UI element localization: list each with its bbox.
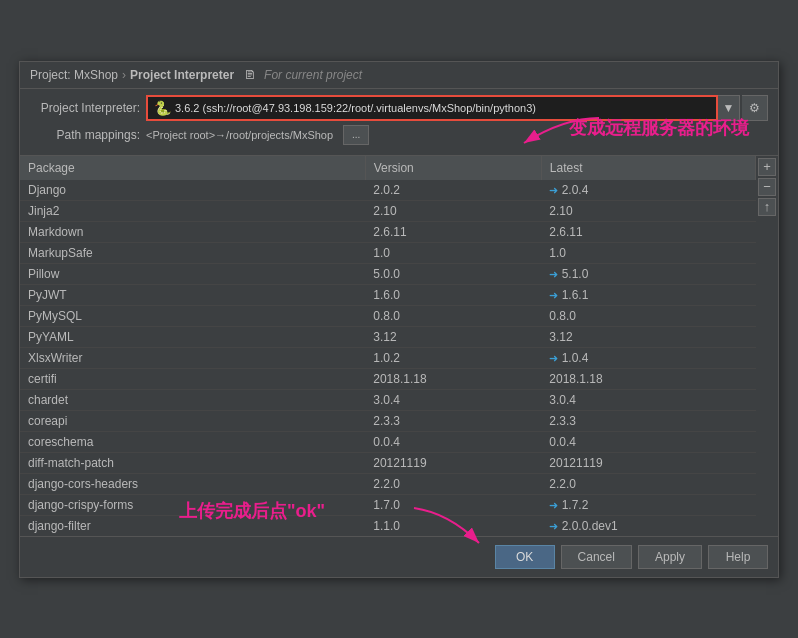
package-version: 2.0.2 — [365, 180, 541, 201]
update-arrow-icon: ➜ — [549, 184, 558, 196]
package-name: MarkupSafe — [20, 242, 365, 263]
table-row[interactable]: certifi2018.1.182018.1.18 — [20, 368, 756, 389]
breadcrumb-current: Project Interpreter — [130, 68, 234, 82]
upgrade-package-btn[interactable]: ↑ — [758, 198, 776, 216]
table-row[interactable]: PyJWT1.6.0➜ 1.6.1 — [20, 284, 756, 305]
col-latest: Latest — [541, 156, 755, 180]
package-version: 3.12 — [365, 326, 541, 347]
package-version: 5.0.0 — [365, 263, 541, 284]
table-row[interactable]: django-crispy-forms1.7.0➜ 1.7.2 — [20, 494, 756, 515]
package-latest: 20121119 — [541, 452, 755, 473]
package-latest: ➜ 1.7.2 — [541, 494, 755, 515]
package-name: certifi — [20, 368, 365, 389]
update-arrow-icon: ➜ — [549, 520, 558, 532]
cancel-button[interactable]: Cancel — [561, 545, 632, 569]
gear-icon: ⚙ — [749, 101, 760, 115]
package-version: 2.3.3 — [365, 410, 541, 431]
interpreter-row: Project Interpreter: 🐍 3.6.2 (ssh://root… — [30, 95, 768, 121]
package-name: PyJWT — [20, 284, 365, 305]
package-latest: 2.6.11 — [541, 221, 755, 242]
update-arrow-icon: ➜ — [549, 352, 558, 364]
breadcrumb-icon: 🖹 — [244, 68, 256, 82]
table-row[interactable]: MarkupSafe1.01.0 — [20, 242, 756, 263]
package-latest: 0.0.4 — [541, 431, 755, 452]
package-name: Django — [20, 180, 365, 201]
table-row[interactable]: diff-match-patch2012111920121119 — [20, 452, 756, 473]
package-version: 2.6.11 — [365, 221, 541, 242]
package-latest: ➜ 1.6.1 — [541, 284, 755, 305]
package-version: 3.0.4 — [365, 389, 541, 410]
package-version: 2.10 — [365, 200, 541, 221]
col-version: Version — [365, 156, 541, 180]
package-version: 2018.1.18 — [365, 368, 541, 389]
package-latest: 2.10 — [541, 200, 755, 221]
table-side-actions: + − ↑ — [756, 156, 778, 536]
update-arrow-icon: ➜ — [549, 268, 558, 280]
table-row[interactable]: chardet3.0.43.0.4 — [20, 389, 756, 410]
path-value: <Project root>→/root/projects/MxShop — [146, 129, 333, 141]
package-latest: ➜ 5.1.0 — [541, 263, 755, 284]
dots-icon: ... — [352, 129, 360, 140]
table-row[interactable]: Pillow5.0.0➜ 5.1.0 — [20, 263, 756, 284]
package-version: 2.2.0 — [365, 473, 541, 494]
packages-table-wrapper[interactable]: Package Version Latest Django2.0.2➜ 2.0.… — [20, 156, 756, 536]
package-latest: 2.2.0 — [541, 473, 755, 494]
interpreter-input-box[interactable]: 🐍 3.6.2 (ssh://root@47.93.198.159:22/roo… — [146, 95, 718, 121]
package-version: 1.6.0 — [365, 284, 541, 305]
update-arrow-icon: ➜ — [549, 289, 558, 301]
table-row[interactable]: PyMySQL0.8.00.8.0 — [20, 305, 756, 326]
help-button[interactable]: Help — [708, 545, 768, 569]
table-row[interactable]: PyYAML3.123.12 — [20, 326, 756, 347]
apply-button[interactable]: Apply — [638, 545, 702, 569]
package-name: django-crispy-forms — [20, 494, 365, 515]
package-latest: 2.3.3 — [541, 410, 755, 431]
interpreter-field: 🐍 3.6.2 (ssh://root@47.93.198.159:22/roo… — [146, 95, 768, 121]
remove-package-btn[interactable]: − — [758, 178, 776, 196]
table-row[interactable]: coreschema0.0.40.0.4 — [20, 431, 756, 452]
package-name: Pillow — [20, 263, 365, 284]
package-version: 0.0.4 — [365, 431, 541, 452]
table-row[interactable]: Django2.0.2➜ 2.0.4 — [20, 180, 756, 201]
package-name: diff-match-patch — [20, 452, 365, 473]
path-browse-btn[interactable]: ... — [343, 125, 369, 145]
package-latest: 2018.1.18 — [541, 368, 755, 389]
path-row: Path mappings: <Project root>→/root/proj… — [30, 125, 768, 145]
breadcrumb: Project: MxShop › Project Interpreter 🖹 … — [20, 62, 778, 89]
package-version: 20121119 — [365, 452, 541, 473]
interpreter-value: 3.6.2 (ssh://root@47.93.198.159:22/root/… — [175, 102, 536, 114]
table-row[interactable]: Markdown2.6.112.6.11 — [20, 221, 756, 242]
package-version: 1.0 — [365, 242, 541, 263]
package-name: chardet — [20, 389, 365, 410]
package-name: PyMySQL — [20, 305, 365, 326]
package-latest: 3.12 — [541, 326, 755, 347]
interpreter-dropdown-btn[interactable]: ▼ — [718, 95, 740, 121]
chevron-down-icon: ▼ — [723, 101, 735, 115]
package-version: 0.8.0 — [365, 305, 541, 326]
table-row[interactable]: django-filter1.1.0➜ 2.0.0.dev1 — [20, 515, 756, 536]
package-version: 1.1.0 — [365, 515, 541, 536]
ok-button[interactable]: OK — [495, 545, 555, 569]
update-arrow-icon: ➜ — [549, 499, 558, 511]
package-latest: 1.0 — [541, 242, 755, 263]
table-row[interactable]: XlsxWriter1.0.2➜ 1.0.4 — [20, 347, 756, 368]
package-latest: 3.0.4 — [541, 389, 755, 410]
dialog-footer: OK Cancel Apply Help — [20, 536, 778, 577]
package-name: coreschema — [20, 431, 365, 452]
package-name: django-filter — [20, 515, 365, 536]
package-version: 1.7.0 — [365, 494, 541, 515]
package-latest: ➜ 1.0.4 — [541, 347, 755, 368]
col-package: Package — [20, 156, 365, 180]
add-package-btn[interactable]: + — [758, 158, 776, 176]
packages-table-area: Package Version Latest Django2.0.2➜ 2.0.… — [20, 156, 778, 536]
table-row[interactable]: coreapi2.3.32.3.3 — [20, 410, 756, 431]
interpreter-settings-btn[interactable]: ⚙ — [742, 95, 768, 121]
package-latest: 0.8.0 — [541, 305, 755, 326]
breadcrumb-project: Project: MxShop — [30, 68, 118, 82]
breadcrumb-separator: › — [122, 68, 126, 82]
table-row[interactable]: Jinja22.102.10 — [20, 200, 756, 221]
table-row[interactable]: django-cors-headers2.2.02.2.0 — [20, 473, 756, 494]
interpreter-label: Project Interpreter: — [30, 101, 140, 115]
project-interpreter-dialog: Project: MxShop › Project Interpreter 🖹 … — [19, 61, 779, 578]
packages-table: Package Version Latest Django2.0.2➜ 2.0.… — [20, 156, 756, 536]
package-name: Markdown — [20, 221, 365, 242]
